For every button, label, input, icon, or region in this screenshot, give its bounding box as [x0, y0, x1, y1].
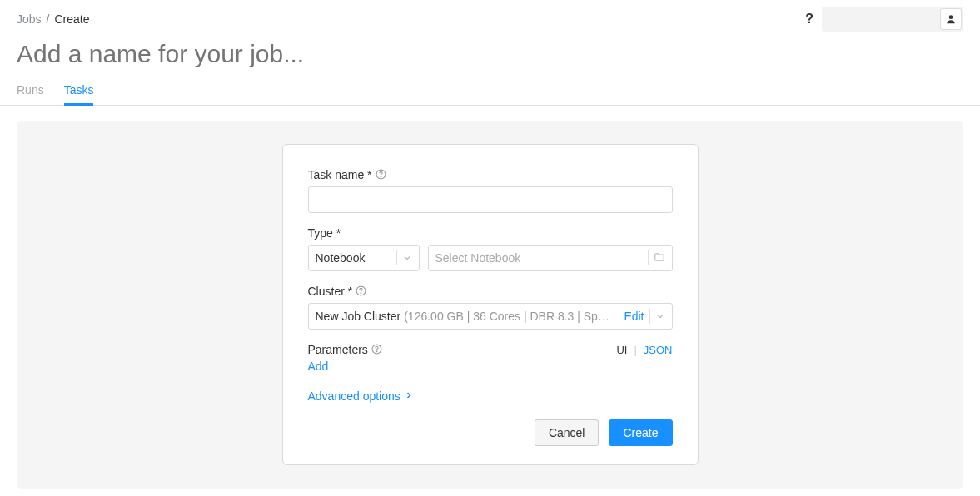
params-json-toggle[interactable]: JSON: [644, 344, 673, 356]
advanced-options-link[interactable]: Advanced options: [308, 389, 673, 403]
tab-tasks[interactable]: Tasks: [64, 80, 94, 106]
breadcrumb: Jobs / Create: [17, 12, 90, 26]
folder-icon: [654, 251, 665, 265]
help-icon[interactable]: ?: [805, 12, 813, 27]
params-toggle-separator: |: [634, 344, 636, 356]
type-select[interactable]: Notebook: [308, 245, 420, 271]
job-name-input[interactable]: [17, 40, 963, 68]
parameters-label: Parameters: [308, 343, 383, 356]
svg-point-6: [376, 351, 377, 352]
type-value: Notebook: [316, 251, 366, 265]
chevron-down-icon: [655, 311, 665, 321]
notebook-select[interactable]: Select Notebook: [428, 245, 673, 271]
cluster-edit-link[interactable]: Edit: [624, 310, 644, 323]
task-name-label: Task name *: [308, 168, 673, 181]
user-menu[interactable]: [822, 7, 963, 32]
svg-point-0: [949, 15, 953, 19]
params-ui-toggle[interactable]: UI: [616, 344, 627, 356]
breadcrumb-separator: /: [47, 12, 50, 26]
create-button[interactable]: Create: [609, 419, 672, 446]
help-circle-icon[interactable]: [371, 344, 383, 355]
chevron-right-icon: [404, 389, 414, 403]
task-name-input[interactable]: [308, 186, 673, 213]
add-parameter-link[interactable]: Add: [308, 360, 329, 373]
cluster-spec: (126.00 GB | 36 Cores | DBR 8.3 | Sp…: [404, 310, 609, 323]
breadcrumb-current: Create: [54, 12, 89, 26]
chevron-down-icon: [402, 253, 412, 263]
type-label: Type *: [308, 226, 673, 240]
cluster-label: Cluster *: [308, 285, 673, 298]
tab-runs[interactable]: Runs: [17, 80, 44, 105]
task-canvas: Task name * Type * Notebook: [17, 121, 963, 489]
cancel-button[interactable]: Cancel: [535, 419, 599, 446]
help-circle-icon[interactable]: [356, 285, 367, 297]
svg-point-4: [361, 293, 361, 294]
cluster-name: New Job Cluster: [316, 310, 401, 323]
task-card: Task name * Type * Notebook: [282, 144, 699, 465]
breadcrumb-jobs-link[interactable]: Jobs: [17, 12, 42, 26]
cluster-select[interactable]: New Job Cluster (126.00 GB | 36 Cores | …: [308, 303, 673, 330]
user-icon: [940, 8, 962, 30]
help-circle-icon[interactable]: [376, 169, 387, 181]
user-name-placeholder: [823, 10, 940, 28]
svg-point-2: [381, 176, 381, 177]
notebook-placeholder: Select Notebook: [435, 251, 521, 265]
